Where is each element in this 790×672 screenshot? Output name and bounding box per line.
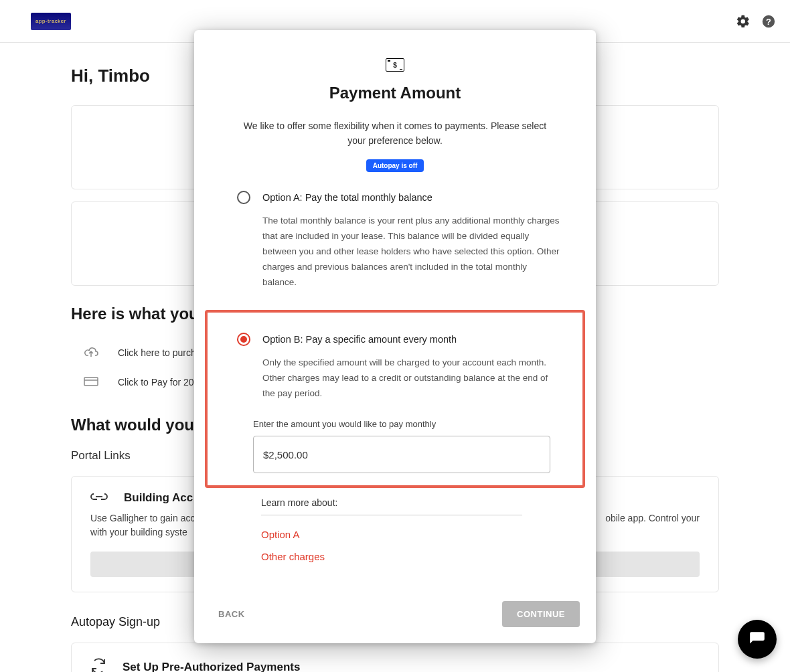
option-b-block[interactable]: Option B: Pay a specific amount every mo… (205, 310, 585, 488)
payment-amount-modal: $ Payment Amount We like to offer some f… (194, 30, 596, 643)
modal-title: Payment Amount (194, 84, 596, 102)
learn-more-label: Learn more about: (261, 497, 553, 508)
learn-link-other-charges[interactable]: Other charges (261, 551, 553, 562)
option-a-radio[interactable] (237, 191, 250, 204)
autopay-status-badge: Autopay is off (366, 159, 424, 172)
continue-button[interactable]: CONTINUE (502, 601, 580, 627)
modal-subtitle: We like to offer some flexibility when i… (194, 118, 596, 149)
amount-input-label: Enter the amount you would like to pay m… (253, 419, 566, 429)
money-icon: $ (386, 58, 404, 72)
chat-fab[interactable] (738, 620, 777, 659)
learn-link-option-a[interactable]: Option A (261, 529, 553, 540)
option-a-block[interactable]: Option A: Pay the total monthly balance … (194, 191, 596, 290)
amount-input[interactable] (253, 436, 550, 473)
learn-more-block: Learn more about: Option A Other charges (194, 497, 596, 573)
option-a-desc: The total monthly balance is your rent p… (262, 214, 569, 290)
back-button[interactable]: BACK (218, 609, 245, 619)
modal-footer: BACK CONTINUE (194, 601, 596, 643)
option-a-label: Option A: Pay the total monthly balance (262, 192, 432, 203)
modal-overlay: $ Payment Amount We like to offer some f… (0, 0, 790, 672)
option-b-radio[interactable] (237, 333, 250, 346)
option-b-label: Option B: Pay a specific amount every mo… (262, 334, 457, 345)
option-b-desc: Only the specified amount will be charge… (262, 355, 566, 402)
divider (261, 515, 522, 515)
